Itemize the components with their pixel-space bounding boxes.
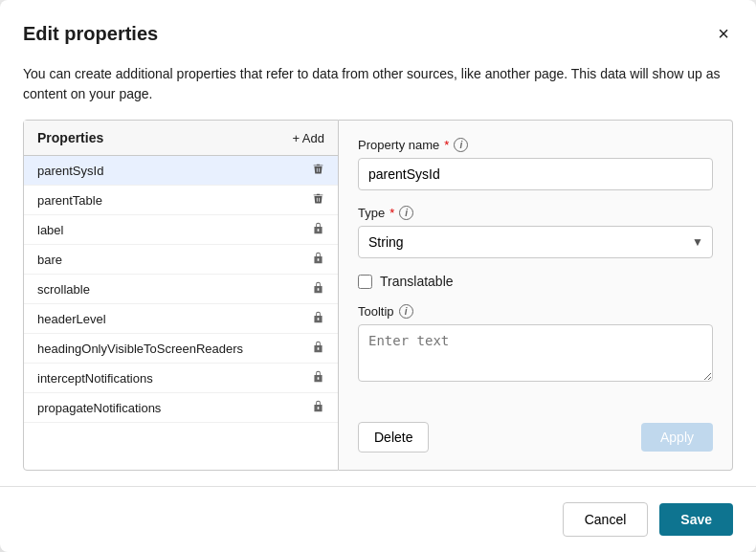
translatable-group: Translatable [358,274,713,289]
property-name-group: Property name * i [358,138,713,190]
property-item-name: label [37,223,312,237]
modal: Edit properties × You can create additio… [0,0,756,552]
save-button[interactable]: Save [659,503,733,536]
list-item[interactable]: parentSysId [24,156,338,186]
translatable-checkbox-group: Translatable [358,274,713,289]
lock-icon [312,222,324,237]
property-name-info-icon[interactable]: i [454,138,468,152]
lock-icon [312,311,324,326]
property-item-name: scrollable [37,282,312,297]
property-item-name: parentSysId [37,164,312,178]
translatable-checkbox[interactable] [358,275,372,289]
modal-footer: Cancel Save [0,486,756,552]
property-name-input[interactable] [358,158,713,190]
apply-button[interactable]: Apply [641,423,713,452]
list-item[interactable]: propagateNotifications [24,393,338,423]
list-item[interactable]: bare [24,245,338,275]
lock-icon [312,281,324,297]
add-property-button[interactable]: + Add [292,131,324,145]
property-list: parentSysIdparentTablelabelbarescrollabl… [24,156,338,470]
property-item-name: propagateNotifications [37,401,312,415]
modal-body: Properties + Add parentSysIdparentTablel… [0,120,756,471]
lock-icon [312,400,324,415]
list-item[interactable]: parentTable [24,186,338,215]
type-select-wrapper: StringBooleanNumberObject ▼ [358,226,713,258]
properties-header: Properties + Add [24,121,338,156]
properties-panel-title: Properties [37,130,103,145]
list-item[interactable]: label [24,215,338,245]
property-item-name: bare [37,253,312,267]
list-item[interactable]: scrollable [24,275,338,304]
list-item[interactable]: headerLevel [24,304,338,334]
tooltip-group: Tooltip i [358,304,713,382]
trash-icon[interactable] [312,163,324,178]
tooltip-textarea[interactable] [358,324,713,382]
property-item-name: headingOnlyVisibleToScreenReaders [37,342,312,356]
tooltip-info-icon[interactable]: i [399,304,413,319]
list-item[interactable]: headingOnlyVisibleToScreenReaders [24,334,338,364]
close-button[interactable]: × [714,19,733,49]
detail-actions: Delete Apply [358,422,713,453]
trash-icon[interactable] [312,192,324,208]
type-required: * [389,206,394,220]
translatable-label: Translatable [380,274,454,289]
cancel-button[interactable]: Cancel [563,502,649,537]
type-label: Type * i [358,206,713,220]
modal-title: Edit properties [23,23,158,45]
property-item-name: headerLevel [37,312,312,326]
modal-description: You can create additional properties tha… [0,56,756,120]
lock-icon [312,252,324,267]
tooltip-label: Tooltip i [358,304,713,319]
property-name-label: Property name * i [358,138,713,152]
property-item-name: interceptNotifications [37,371,312,386]
type-info-icon[interactable]: i [399,206,413,220]
detail-panel: Property name * i Type * i StringBoolean… [339,120,733,471]
list-item[interactable]: interceptNotifications [24,364,338,393]
type-group: Type * i StringBooleanNumberObject ▼ [358,206,713,258]
property-item-name: parentTable [37,193,312,208]
type-select[interactable]: StringBooleanNumberObject [358,226,713,258]
lock-icon [312,341,324,356]
property-name-required: * [444,138,449,152]
delete-button[interactable]: Delete [358,422,429,453]
lock-icon [312,370,324,386]
properties-panel: Properties + Add parentSysIdparentTablel… [23,120,339,471]
modal-header: Edit properties × [0,0,756,56]
